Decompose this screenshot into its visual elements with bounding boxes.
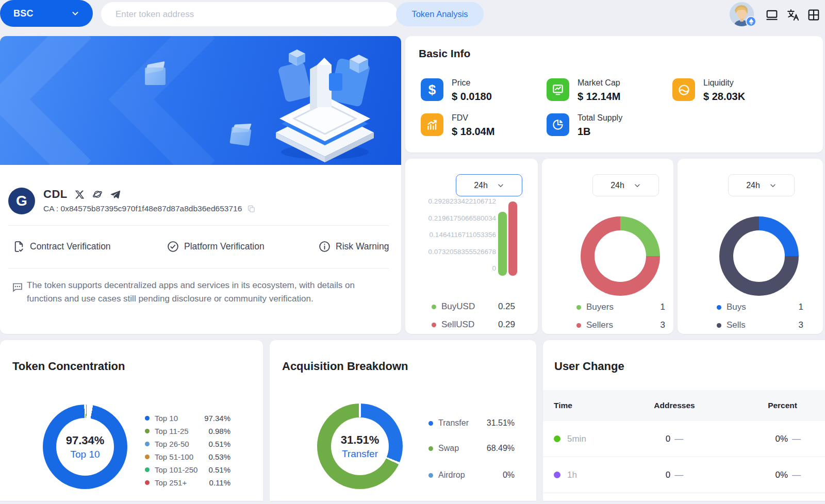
traders-chart-card: 24h Buyers1 Sellers3 [542,159,673,334]
token-concentration-card: Token Concentration 97.34% Top 10 Top 10… [0,340,263,501]
legend-item: Buyers1 [576,302,665,312]
banner-cube [229,123,252,147]
metric-liquidity: Liquidity$ 28.03K [672,78,745,103]
contract-address: 0x84575b87395c970f1f48e87d87a8db36ed6537… [61,204,242,213]
column-percent: Percent [718,401,825,410]
banner-illustration [267,46,378,162]
banner-cube [145,63,166,86]
chevron-down-icon [634,182,641,189]
pie-icon [547,113,569,136]
chevron-down-icon [769,182,777,189]
banner-chevron-shape [108,36,276,165]
period-dropdown[interactable]: 24h [592,174,659,196]
time-dot [554,435,560,442]
chevron-down-icon [71,9,79,18]
trades-donut-chart[interactable] [719,216,799,296]
legend-item: BuyUSD0.25 [432,301,515,312]
token-analysis-button[interactable]: Token Analysis [396,2,484,26]
chevron-down-icon [497,182,504,189]
period-value: 24h [746,181,760,190]
grid-layout-icon[interactable] [806,8,821,22]
contract-verification-item[interactable]: Contract Verification [12,240,111,253]
telegram-icon[interactable] [110,189,121,200]
basic-info-card: Basic Info $ Price$ 0.0180 Market Cap$ 1… [405,36,823,153]
metric-fdv: FDV$ 18.04M [421,113,494,138]
concentration-center-value: 97.34% [66,434,105,447]
legend-item: Sellers3 [576,320,665,330]
concentration-donut-chart[interactable]: 97.34% Top 10 [43,405,127,489]
user-change-card: User Change Time Addresses Percent 5min … [543,340,825,501]
trades-chart-card: 24h Buys1 Sells3 [678,159,823,334]
token-concentration-title: Token Concentration [12,360,125,373]
token-logo: G [8,188,35,214]
acquisition-center-label: Transfer [342,448,378,460]
column-addresses: Addresses [631,401,718,410]
buy-volume-bar[interactable] [498,212,507,276]
table-row[interactable]: 5min 0— 0%— [543,421,825,457]
y-axis-ticks: 0.29282334221067120.21961750665800340.14… [410,197,496,272]
twitter-x-icon[interactable] [74,189,85,200]
period-dropdown[interactable]: 24h [728,174,795,196]
acquisition-breakdown-card: Acquisition Breakdown 31.51% Transfer Tr… [270,340,536,501]
acquisition-center-value: 31.51% [341,433,380,447]
monitor-chart-icon [547,78,569,101]
metric-total-supply: Total Supply1B [547,113,622,138]
network-selector[interactable]: BSC [0,0,93,27]
platform-verification-item[interactable]: Platform Verification [167,240,265,253]
translate-icon[interactable] [786,8,800,22]
period-dropdown[interactable]: 24h [456,174,522,196]
concentration-center-label: Top 10 [70,449,100,460]
divider [8,268,389,268]
metric-price: $ Price$ 0.0180 [421,78,492,103]
column-time: Time [543,401,631,410]
metric-market-cap: Market Cap$ 12.14M [547,78,620,103]
sell-volume-bar[interactable] [508,201,517,276]
info-circle-icon [318,240,331,253]
dollar-icon: $ [421,78,443,101]
copy-icon[interactable] [247,205,256,213]
comment-icon [11,281,24,295]
volume-bars [498,201,519,276]
table-header: Time Addresses Percent [543,390,825,421]
token-overview-card: G CDL CA : 0x84575b87395c970f1f48e87d87a… [0,36,401,334]
period-value: 24h [474,181,488,190]
token-description: The token supports decentralized apps an… [27,279,391,306]
document-check-icon [12,240,25,253]
search-input[interactable] [101,2,398,26]
contract-verification-label: Contract Verification [30,241,111,252]
table-row[interactable]: 1h 0— 0%— [543,457,825,493]
trend-bars-icon [421,113,443,136]
legend-item: Buys1 [717,302,803,312]
check-circle-icon [167,240,179,253]
eth-badge-icon [746,16,756,27]
legend-item: Sells3 [717,320,803,330]
token-banner [0,36,401,165]
ca-label: CA : 0x84575b87395c970f1f48e87d87a8db36e… [43,204,242,213]
period-value: 24h [610,181,624,190]
token-symbol: CDL [43,188,68,201]
acquisition-donut-chart[interactable]: 31.51% Transfer [317,404,403,489]
divider [8,225,389,226]
time-dot [554,472,560,478]
user-change-title: User Change [554,360,624,373]
monitor-icon[interactable] [765,8,779,22]
website-globe-icon[interactable] [92,189,103,200]
platform-verification-label: Platform Verification [184,241,265,252]
traders-donut-chart[interactable] [581,216,660,296]
network-label: BSC [13,8,34,19]
water-circle-icon [672,78,695,101]
risk-warning-label: Risk Warning [336,241,389,252]
legend-item: SellUSD0.29 [432,320,515,330]
basic-info-title: Basic Info [419,47,470,60]
risk-warning-item[interactable]: Risk Warning [318,240,389,253]
volume-chart-card: 24h 0.29282334221067120.2196175066580034… [405,159,538,334]
acquisition-breakdown-title: Acquisition Breakdown [282,360,408,373]
